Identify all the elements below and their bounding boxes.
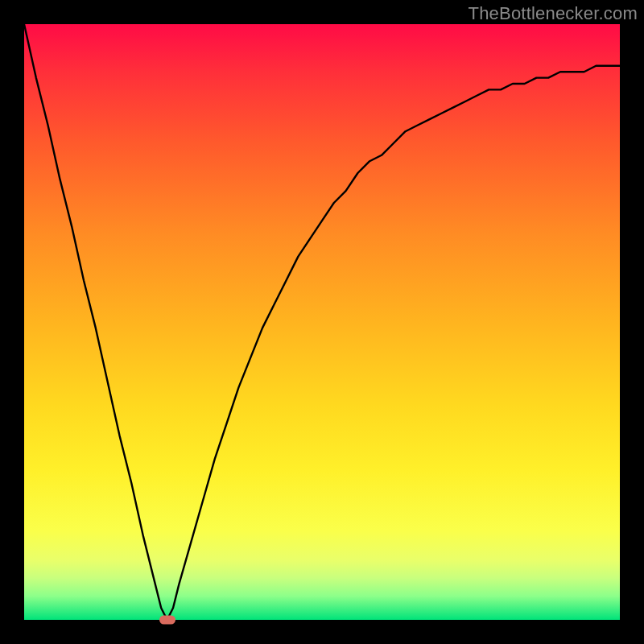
bottleneck-curve-path bbox=[24, 24, 620, 620]
chart-plot-area bbox=[24, 24, 620, 620]
chart-curve-svg bbox=[24, 24, 620, 620]
min-marker-icon bbox=[159, 616, 175, 625]
attribution-label: TheBottlenecker.com bbox=[469, 3, 638, 24]
chart-frame: TheBottlenecker.com bbox=[0, 0, 644, 644]
